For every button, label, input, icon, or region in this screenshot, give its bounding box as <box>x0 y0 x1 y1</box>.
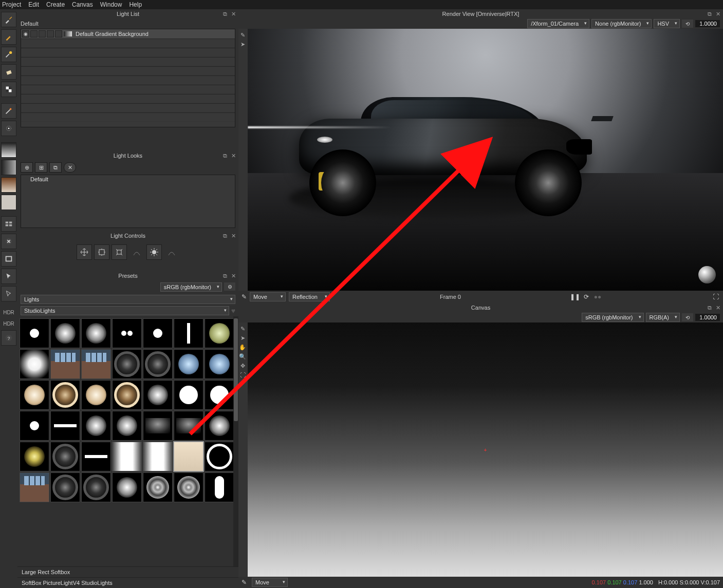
mini-move-icon[interactable]: ✥ <box>238 362 247 370</box>
preset-thumb[interactable] <box>205 380 234 410</box>
preset-thumb[interactable] <box>143 442 173 471</box>
preset-thumb[interactable] <box>143 380 173 410</box>
row-opt2-icon[interactable] <box>39 30 46 37</box>
control-scale-icon[interactable] <box>94 244 109 260</box>
presets-gear-icon[interactable]: ⚙ <box>224 282 235 291</box>
mini-cursor-icon[interactable]: ➤ <box>238 334 247 342</box>
cursor2-tool-icon[interactable] <box>1 286 16 301</box>
preset-thumb[interactable] <box>205 442 234 471</box>
preset-thumb[interactable] <box>174 380 203 410</box>
camera-dropdown[interactable]: /Xform_01/Camera <box>527 19 589 28</box>
close-icon[interactable]: ✕ <box>231 11 236 16</box>
menu-help[interactable]: Help <box>129 1 142 8</box>
preset-thumb[interactable] <box>112 318 142 348</box>
preset-thumb[interactable] <box>112 411 142 441</box>
link-icon[interactable]: ⟲ <box>682 20 693 28</box>
popout-icon[interactable]: ⧉ <box>223 273 228 278</box>
preset-thumb[interactable] <box>174 318 203 348</box>
presets-sub-dropdown[interactable]: StudioLights <box>21 306 229 315</box>
mode-dropdown[interactable]: Reflection <box>289 292 330 301</box>
looks-add-icon[interactable]: ⊕ <box>21 162 33 173</box>
light-list[interactable]: ◉ Default Gradient Background <box>21 29 235 127</box>
eraser-tool-icon[interactable] <box>1 64 16 80</box>
looks-item-default[interactable]: Default <box>21 175 235 183</box>
preset-thumb[interactable] <box>174 411 203 441</box>
menu-create[interactable]: Create <box>46 1 65 8</box>
preset-thumb[interactable] <box>205 318 234 348</box>
help-icon[interactable]: ? <box>1 330 16 346</box>
canvas-brush-icon[interactable]: ✎ <box>242 579 247 586</box>
mini-fit-icon[interactable]: ⛶ <box>238 371 247 379</box>
close-icon[interactable]: ✕ <box>231 273 236 278</box>
mini-zoom-icon[interactable]: 🔍 <box>238 352 247 361</box>
popout-icon[interactable]: ⧉ <box>708 305 713 310</box>
preset-thumb[interactable] <box>81 349 111 379</box>
close-icon[interactable]: ✕ <box>231 233 236 238</box>
canvas-tool-dropdown[interactable]: Move <box>252 578 288 587</box>
menu-project[interactable]: Project <box>2 1 21 8</box>
brush-mode-icon[interactable]: ✎ <box>242 293 247 300</box>
preset-thumb[interactable] <box>20 442 49 471</box>
preset-thumb[interactable] <box>50 349 80 379</box>
wand-tool-icon[interactable] <box>1 103 16 119</box>
presets-scrollbar[interactable] <box>233 316 238 566</box>
hdr1-icon[interactable]: HDR <box>1 308 16 317</box>
popout-icon[interactable]: ⧉ <box>223 11 228 16</box>
spray-tool-icon[interactable] <box>1 121 16 136</box>
rec-dots-icon[interactable]: ●● <box>594 293 602 301</box>
menu-window[interactable]: Window <box>100 1 122 8</box>
preset-thumb[interactable] <box>143 472 173 502</box>
gradient-d-icon[interactable] <box>1 195 16 210</box>
mini-brush-icon[interactable]: ✎ <box>238 31 247 39</box>
canvas-link-icon[interactable]: ⟲ <box>682 313 693 321</box>
looks-delete-icon[interactable]: ✕ <box>64 162 76 173</box>
control-rotate-icon[interactable] <box>112 244 127 260</box>
mini-cursor-icon[interactable]: ➤ <box>238 40 247 48</box>
preset-thumb[interactable] <box>50 318 80 348</box>
tool-dropdown[interactable]: Move <box>250 292 286 301</box>
layout-icon[interactable] <box>1 216 16 232</box>
spark-tool-icon[interactable] <box>1 47 16 62</box>
preset-thumb[interactable] <box>205 349 234 379</box>
pause-icon[interactable]: ❚❚ <box>571 293 579 301</box>
light-looks-list[interactable]: Default <box>21 175 235 228</box>
preset-thumb[interactable] <box>81 318 111 348</box>
popout-icon[interactable]: ⧉ <box>708 11 713 16</box>
preset-thumb[interactable] <box>81 472 111 502</box>
checker-tool-icon[interactable] <box>1 82 16 97</box>
preset-thumb[interactable] <box>143 411 173 441</box>
exposure-value[interactable]: 1.0000 <box>695 20 720 27</box>
brush-tool-icon[interactable] <box>1 12 16 27</box>
preset-thumb[interactable] <box>112 349 142 379</box>
preset-thumb[interactable] <box>20 472 49 502</box>
preset-thumb[interactable] <box>20 380 49 410</box>
favorite-icon[interactable]: ♥ <box>231 307 235 315</box>
looks-addto-icon[interactable]: ⊞ <box>35 162 47 173</box>
preset-thumb[interactable] <box>174 349 203 379</box>
canvas-channel-dropdown[interactable]: RGB(A) <box>646 313 680 322</box>
preset-thumb[interactable] <box>112 472 142 502</box>
pen-tool-icon[interactable] <box>1 29 16 45</box>
menu-edit[interactable]: Edit <box>28 1 39 8</box>
preset-thumb[interactable] <box>50 442 80 471</box>
preset-thumb[interactable] <box>174 442 203 471</box>
preset-thumb[interactable] <box>112 442 142 471</box>
gradient-a-icon[interactable] <box>1 142 16 158</box>
expand-icon[interactable]: ⛶ <box>712 293 720 301</box>
row-eye-icon[interactable]: ◉ <box>22 30 29 37</box>
control-curve2-icon[interactable] <box>164 244 179 260</box>
preset-thumb[interactable] <box>81 411 111 441</box>
close-tool-icon[interactable] <box>1 234 16 249</box>
preset-thumb[interactable] <box>174 472 203 502</box>
colorspace-dropdown[interactable]: HSV <box>654 19 680 28</box>
row-opt-icon[interactable] <box>30 30 38 37</box>
close-icon[interactable]: ✕ <box>231 153 236 158</box>
monitor-dropdown[interactable]: None (rgbMonitor) <box>591 19 652 28</box>
gradient-c-icon[interactable] <box>1 177 16 193</box>
preset-thumb[interactable] <box>205 472 234 502</box>
row-opt3-icon[interactable] <box>47 30 54 37</box>
mini-hand-icon[interactable]: ✋ <box>238 343 247 351</box>
light-list-row[interactable]: ◉ Default Gradient Background <box>21 29 235 39</box>
control-move-icon[interactable] <box>77 244 92 260</box>
canvas-monitor-dropdown[interactable]: sRGB (rgbMonitor) <box>582 313 643 322</box>
